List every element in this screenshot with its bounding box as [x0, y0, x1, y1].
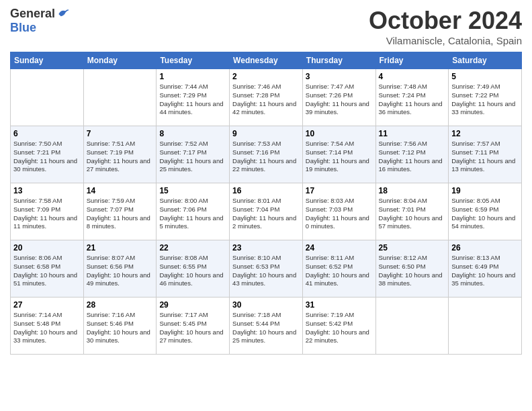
day-number: 26 — [451, 243, 519, 253]
day-info: Sunrise: 7:14 AMSunset: 5:48 PMDaylight:… — [13, 311, 81, 345]
calendar-week-row: 27Sunrise: 7:14 AMSunset: 5:48 PMDayligh… — [11, 298, 522, 355]
day-info: Sunrise: 7:59 AMSunset: 7:07 PMDaylight:… — [87, 197, 154, 231]
day-number: 27 — [13, 300, 81, 310]
logo-bird-icon — [56, 7, 70, 21]
day-number: 2 — [232, 72, 300, 81]
calendar-cell: 13Sunrise: 7:58 AMSunset: 7:09 PMDayligh… — [11, 183, 84, 240]
calendar-cell: 19Sunrise: 8:05 AMSunset: 6:59 PMDayligh… — [449, 183, 522, 240]
month-title: October 2024 — [369, 7, 522, 35]
day-number: 11 — [379, 129, 446, 138]
calendar-cell: 12Sunrise: 7:57 AMSunset: 7:11 PMDayligh… — [449, 126, 522, 183]
day-info: Sunrise: 7:50 AMSunset: 7:21 PMDaylight:… — [13, 140, 81, 174]
logo: General Blue — [10, 7, 70, 35]
calendar-cell: 1Sunrise: 7:44 AMSunset: 7:29 PMDaylight… — [157, 69, 230, 126]
day-number: 29 — [159, 300, 226, 310]
calendar-cell: 25Sunrise: 8:12 AMSunset: 6:50 PMDayligh… — [375, 240, 449, 298]
page-header: General Blue October 2024 Vilamaniscle, … — [10, 7, 522, 46]
day-number: 25 — [379, 243, 446, 253]
calendar-cell: 4Sunrise: 7:48 AMSunset: 7:24 PMDaylight… — [375, 69, 449, 126]
day-number: 28 — [87, 300, 154, 310]
day-number: 23 — [232, 243, 300, 253]
calendar-cell: 3Sunrise: 7:47 AMSunset: 7:26 PMDaylight… — [302, 69, 375, 126]
calendar-day-header: Thursday — [302, 52, 375, 69]
calendar-week-row: 1Sunrise: 7:44 AMSunset: 7:29 PMDaylight… — [11, 69, 522, 126]
calendar-cell: 6Sunrise: 7:50 AMSunset: 7:21 PMDaylight… — [11, 126, 84, 183]
calendar-cell: 17Sunrise: 8:03 AMSunset: 7:03 PMDayligh… — [302, 183, 375, 240]
calendar-cell: 22Sunrise: 8:08 AMSunset: 6:55 PMDayligh… — [157, 240, 230, 298]
day-info: Sunrise: 8:12 AMSunset: 6:50 PMDaylight:… — [379, 254, 446, 288]
day-info: Sunrise: 7:47 AMSunset: 7:26 PMDaylight:… — [306, 83, 373, 117]
calendar-day-header: Friday — [375, 52, 449, 69]
day-info: Sunrise: 8:11 AMSunset: 6:52 PMDaylight:… — [306, 254, 373, 288]
day-info: Sunrise: 7:56 AMSunset: 7:12 PMDaylight:… — [379, 140, 446, 174]
day-info: Sunrise: 7:51 AMSunset: 7:19 PMDaylight:… — [87, 140, 154, 174]
calendar-cell: 11Sunrise: 7:56 AMSunset: 7:12 PMDayligh… — [375, 126, 449, 183]
day-info: Sunrise: 7:48 AMSunset: 7:24 PMDaylight:… — [379, 83, 446, 117]
day-info: Sunrise: 7:53 AMSunset: 7:16 PMDaylight:… — [232, 140, 300, 174]
day-number: 7 — [87, 129, 154, 138]
calendar-header-row: SundayMondayTuesdayWednesdayThursdayFrid… — [11, 52, 522, 69]
day-number: 12 — [451, 129, 519, 138]
location-title: Vilamaniscle, Catalonia, Spain — [369, 35, 522, 46]
day-number: 6 — [13, 129, 81, 138]
calendar-cell: 21Sunrise: 8:07 AMSunset: 6:56 PMDayligh… — [83, 240, 157, 298]
day-info: Sunrise: 8:06 AMSunset: 6:58 PMDaylight:… — [13, 254, 81, 288]
day-info: Sunrise: 8:10 AMSunset: 6:53 PMDaylight:… — [232, 254, 300, 288]
day-info: Sunrise: 8:01 AMSunset: 7:04 PMDaylight:… — [232, 197, 300, 231]
day-number: 16 — [232, 186, 300, 195]
day-number: 31 — [306, 300, 373, 310]
calendar-cell: 10Sunrise: 7:54 AMSunset: 7:14 PMDayligh… — [302, 126, 375, 183]
calendar-cell: 2Sunrise: 7:46 AMSunset: 7:28 PMDaylight… — [230, 69, 303, 126]
day-info: Sunrise: 8:07 AMSunset: 6:56 PMDaylight:… — [87, 254, 154, 288]
calendar-cell: 24Sunrise: 8:11 AMSunset: 6:52 PMDayligh… — [302, 240, 375, 298]
day-info: Sunrise: 8:05 AMSunset: 6:59 PMDaylight:… — [451, 197, 519, 231]
calendar-day-header: Saturday — [449, 52, 522, 69]
day-info: Sunrise: 7:54 AMSunset: 7:14 PMDaylight:… — [306, 140, 373, 174]
logo-blue-text: Blue — [10, 21, 36, 35]
calendar-cell — [83, 69, 157, 126]
calendar-cell: 16Sunrise: 8:01 AMSunset: 7:04 PMDayligh… — [230, 183, 303, 240]
day-info: Sunrise: 7:57 AMSunset: 7:11 PMDaylight:… — [451, 140, 519, 174]
calendar-cell: 29Sunrise: 7:17 AMSunset: 5:45 PMDayligh… — [157, 298, 230, 355]
day-number: 22 — [159, 243, 226, 253]
day-number: 20 — [13, 243, 81, 253]
day-number: 1 — [159, 72, 226, 81]
day-info: Sunrise: 8:13 AMSunset: 6:49 PMDaylight:… — [451, 254, 519, 288]
calendar-cell: 28Sunrise: 7:16 AMSunset: 5:46 PMDayligh… — [83, 298, 157, 355]
calendar-day-header: Monday — [83, 52, 157, 69]
day-number: 17 — [306, 186, 373, 195]
day-number: 13 — [13, 186, 81, 195]
day-info: Sunrise: 7:18 AMSunset: 5:44 PMDaylight:… — [232, 311, 300, 345]
day-info: Sunrise: 7:44 AMSunset: 7:29 PMDaylight:… — [159, 83, 226, 117]
calendar-cell: 15Sunrise: 8:00 AMSunset: 7:06 PMDayligh… — [157, 183, 230, 240]
day-info: Sunrise: 7:17 AMSunset: 5:45 PMDaylight:… — [159, 311, 226, 345]
day-number: 3 — [306, 72, 373, 81]
day-info: Sunrise: 7:58 AMSunset: 7:09 PMDaylight:… — [13, 197, 81, 231]
day-info: Sunrise: 8:03 AMSunset: 7:03 PMDaylight:… — [306, 197, 373, 231]
day-number: 19 — [451, 186, 519, 195]
calendar-cell: 20Sunrise: 8:06 AMSunset: 6:58 PMDayligh… — [11, 240, 84, 298]
day-info: Sunrise: 7:19 AMSunset: 5:42 PMDaylight:… — [306, 311, 373, 345]
day-number: 14 — [87, 186, 154, 195]
day-number: 4 — [379, 72, 446, 81]
day-info: Sunrise: 7:49 AMSunset: 7:22 PMDaylight:… — [451, 83, 519, 117]
day-info: Sunrise: 7:46 AMSunset: 7:28 PMDaylight:… — [232, 83, 300, 117]
calendar-cell: 8Sunrise: 7:52 AMSunset: 7:17 PMDaylight… — [157, 126, 230, 183]
day-info: Sunrise: 7:52 AMSunset: 7:17 PMDaylight:… — [159, 140, 226, 174]
calendar-cell — [375, 298, 449, 355]
day-number: 10 — [306, 129, 373, 138]
calendar-cell: 31Sunrise: 7:19 AMSunset: 5:42 PMDayligh… — [302, 298, 375, 355]
calendar-cell: 18Sunrise: 8:04 AMSunset: 7:01 PMDayligh… — [375, 183, 449, 240]
calendar-week-row: 13Sunrise: 7:58 AMSunset: 7:09 PMDayligh… — [11, 183, 522, 240]
calendar-cell: 27Sunrise: 7:14 AMSunset: 5:48 PMDayligh… — [11, 298, 84, 355]
calendar-day-header: Wednesday — [230, 52, 303, 69]
calendar-cell: 26Sunrise: 8:13 AMSunset: 6:49 PMDayligh… — [449, 240, 522, 298]
day-info: Sunrise: 8:00 AMSunset: 7:06 PMDaylight:… — [159, 197, 226, 231]
logo-general-text: General — [10, 7, 55, 21]
day-number: 15 — [159, 186, 226, 195]
calendar-cell — [11, 69, 84, 126]
day-info: Sunrise: 7:16 AMSunset: 5:46 PMDaylight:… — [87, 311, 154, 345]
calendar-week-row: 6Sunrise: 7:50 AMSunset: 7:21 PMDaylight… — [11, 126, 522, 183]
calendar-day-header: Sunday — [11, 52, 84, 69]
title-block: October 2024 Vilamaniscle, Catalonia, Sp… — [369, 7, 522, 46]
